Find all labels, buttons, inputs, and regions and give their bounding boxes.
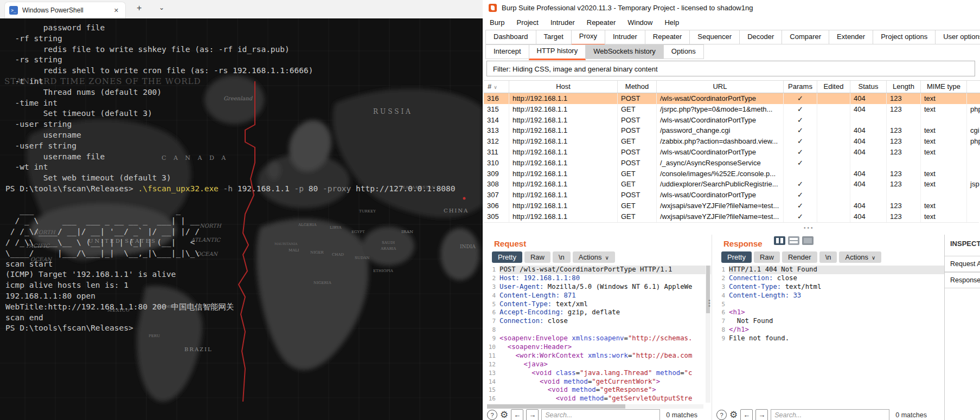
request-panel: Request PrettyRaw\nActions∨ 1POST /wls-w… [483,235,711,420]
gear-icon[interactable]: ⚙ [500,410,508,419]
http-history-table: #∨HostMethodURLParamsEditedStatusLengthM… [484,80,980,222]
view-tab-n[interactable]: \n [553,251,571,263]
inspector-section-0[interactable]: Request Att... [945,256,980,272]
table-row[interactable]: 309http://192.168.1.1GET/console/images/… [484,169,980,179]
tab-sequencer[interactable]: Sequencer [689,30,740,44]
view-tab-raw[interactable]: Raw [754,251,780,263]
main-tab-bar: DashboardTargetProxyIntruderRepeaterSequ… [486,30,980,44]
tab-repeater[interactable]: Repeater [645,30,690,44]
new-tab-icon[interactable]: + [137,3,142,13]
match-count: 0 matches [666,411,697,419]
menu-intruder[interactable]: Intruder [545,16,581,30]
table-row[interactable]: 307http://192.168.1.1POST/wls-wsat/Coord… [484,190,980,201]
svg-text:BRAZIL: BRAZIL [184,346,213,352]
table-row[interactable]: 306http://192.168.1.1GET/wxjsapi/saveYZJ… [484,201,980,211]
table-row[interactable]: 311http://192.168.1.1POST/wls-wsat/Coord… [484,147,980,158]
col-header-mime-type[interactable]: MIME type [921,81,967,93]
request-search-bar: ?⚙←→0 matches [487,409,711,420]
inspector-section-1[interactable]: Response... [945,272,980,288]
search-input[interactable] [541,409,660,420]
response-search-bar: ?⚙←→0 matches [716,409,944,420]
terminal-tab[interactable]: >_ Windows PowerShell ✕ [4,2,126,18]
tab-project-options[interactable]: Project options [873,30,936,44]
svg-text:INDIA: INDIA [460,244,476,249]
view-tab-pretty[interactable]: Pretty [492,251,522,263]
col-header-edited[interactable]: Edited [817,81,850,93]
col-header-url[interactable]: URL [657,81,784,93]
request-vertical-scrollbar[interactable] [706,266,710,403]
view-tab-pretty[interactable]: Pretty [721,251,752,263]
tab-target[interactable]: Target [536,30,572,44]
tab-user-options[interactable]: User options [935,30,980,44]
view-tab-n[interactable]: \n [819,251,837,263]
tab-dashboard[interactable]: Dashboard [485,30,536,44]
table-row[interactable]: 313http://192.168.1.1POST/password_chang… [484,125,980,136]
col-header-status[interactable]: Status [850,81,887,93]
layout-single-icon[interactable] [802,236,814,245]
tab-decoder[interactable]: Decoder [739,30,782,44]
filter-bar[interactable]: Filter: Hiding CSS, image and general bi… [486,61,975,76]
col-header-method[interactable]: Method [618,81,657,93]
request-panel-title: Request [494,239,526,248]
menu-repeater[interactable]: Repeater [581,16,622,30]
view-tab-raw[interactable]: Raw [524,251,550,263]
subtab-websockets-history[interactable]: WebSockets history [585,44,664,59]
search-next-button[interactable]: → [755,409,768,420]
col-header-params[interactable]: Params [784,81,817,93]
layout-rows-icon[interactable] [788,236,799,245]
table-row[interactable]: 308http://192.168.1.1GET/uddiexplorer/Se… [484,179,980,190]
tab-close-icon[interactable]: ✕ [112,6,121,15]
screen: >_ Windows PowerShell ✕ + ⌄ [0,0,980,420]
subtab-options[interactable]: Options [663,44,704,59]
response-editor[interactable]: 1HTTP/1.1 404 Not Found2Connection: clos… [712,266,945,343]
horizontal-splitter-handle[interactable]: ••• [804,225,815,231]
view-tab-actions[interactable]: Actions∨ [573,251,615,263]
table-row[interactable]: 312http://192.168.1.1GET/zabbix.php?acti… [484,136,980,147]
table-row[interactable]: 310http://192.168.1.1POST/_async/AsyncRe… [484,158,980,169]
response-panel-title: Response [723,239,763,248]
terminal-window: >_ Windows PowerShell ✕ + ⌄ [0,0,483,420]
tab-dropdown-icon[interactable]: ⌄ [159,4,164,11]
subtab-intercept[interactable]: Intercept [485,44,529,59]
help-icon[interactable]: ? [716,410,727,420]
layout-columns-icon[interactable] [774,236,785,245]
subtab-http-history[interactable]: HTTP history [529,44,586,60]
terminal-content[interactable]: STANDARD TIME ZONES OF THE WORLDGreenlan… [0,18,483,420]
search-prev-button[interactable]: ← [740,409,753,420]
tab-proxy[interactable]: Proxy [571,30,605,46]
powershell-icon: >_ [9,6,18,15]
view-tab-actions[interactable]: Actions∨ [839,251,881,263]
response-view-tabs: PrettyRawRender\nActions∨ [721,251,881,263]
col-header-host[interactable]: Host [509,81,618,93]
view-layout-switcher [774,236,814,245]
table-row[interactable]: 314http://192.168.1.1POST/wls-wsat/Coord… [484,115,980,126]
request-editor[interactable]: 1POST /wls-wsat/CoordinatorPortType HTTP… [483,266,711,403]
terminal-output-text: password file -rf string redis file to w… [5,23,455,334]
col-header-length[interactable]: Length [887,81,921,93]
menu-project[interactable]: Project [510,16,544,30]
table-row[interactable]: 315http://192.168.1.1GET/jsrpc.php?type=… [484,104,980,115]
menu-burp[interactable]: Burp [484,16,510,30]
menu-help[interactable]: Help [658,16,685,30]
table-row[interactable]: 305http://192.168.1.1GET/wxjsapi/saveYZJ… [484,211,980,222]
inspector-panel: INSPECTOR Request Att...Response... [944,235,980,420]
tab-comparer[interactable]: Comparer [782,30,829,44]
table-row[interactable]: 316http://192.168.1.1POST/wls-wsat/Coord… [484,93,980,104]
menu-bar: BurpProjectIntruderRepeaterWindowHelp [484,16,685,30]
inspector-title: INSPECTOR [950,240,980,248]
request-view-tabs: PrettyRaw\nActions∨ [492,251,615,263]
view-tab-render[interactable]: Render [782,251,817,263]
search-prev-button[interactable]: ← [511,409,523,420]
tab-extender[interactable]: Extender [829,30,873,44]
tab-intruder[interactable]: Intruder [605,30,645,44]
search-input[interactable] [771,409,889,420]
help-icon[interactable]: ? [487,410,497,420]
search-next-button[interactable]: → [526,409,539,420]
menu-window[interactable]: Window [622,16,658,30]
vertical-splitter-handle[interactable]: ••• [708,299,710,307]
gear-icon[interactable]: ⚙ [729,410,738,419]
col-header--[interactable]: #∨ [484,81,509,93]
col-header-extension[interactable]: Extension [967,81,980,93]
terminal-tab-title: Windows PowerShell [22,7,112,14]
request-horizontal-scrollbar[interactable] [487,404,703,409]
